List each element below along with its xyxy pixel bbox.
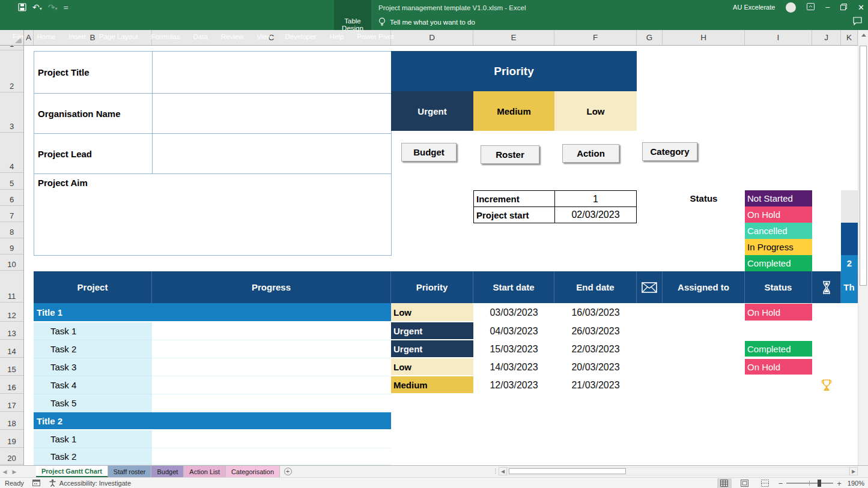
- customize-qat-button[interactable]: ⚌: [64, 4, 68, 10]
- macro-button-action[interactable]: Action: [562, 144, 619, 163]
- priority-cell-urgent[interactable]: Urgent: [391, 322, 473, 339]
- priority-cell-low[interactable]: Low: [391, 358, 473, 375]
- table-header-status[interactable]: Status: [745, 271, 812, 303]
- table-row-title-cell[interactable]: Title 1: [34, 303, 391, 321]
- page-break-view-button[interactable]: [758, 478, 772, 488]
- column-header-H[interactable]: H: [663, 30, 745, 45]
- horizontal-scrollbar[interactable]: ◀ ▶: [499, 466, 858, 476]
- row-header-19[interactable]: 19: [0, 430, 23, 448]
- legend-item-in-progress[interactable]: In Progress: [745, 239, 812, 255]
- sheet-tab-staff-roster[interactable]: Staff roster: [108, 466, 152, 477]
- end-date-cell[interactable]: 21/03/2023: [554, 376, 637, 394]
- form-value-project-title[interactable]: [152, 51, 392, 94]
- legend-item-not-started[interactable]: Not Started: [745, 190, 812, 206]
- row-header-14[interactable]: 14: [0, 340, 23, 358]
- macro-button-budget[interactable]: Budget: [401, 143, 457, 161]
- row-header-12[interactable]: 12: [0, 303, 23, 322]
- ribbon-tab-home[interactable]: Home: [31, 29, 62, 44]
- normal-view-button[interactable]: [717, 478, 732, 488]
- row-header-15[interactable]: 15: [0, 358, 23, 376]
- row-header-18[interactable]: 18: [0, 412, 23, 430]
- sheet-tab-project-gantt-chart[interactable]: Project Gantt Chart: [36, 466, 108, 477]
- form-value-organisation-name[interactable]: [152, 93, 392, 134]
- table-header-project[interactable]: Project: [34, 271, 152, 303]
- column-header-F[interactable]: F: [554, 30, 637, 45]
- row-header-6[interactable]: 6: [0, 190, 23, 206]
- table-header-assigned-to[interactable]: Assigned to: [663, 271, 745, 303]
- zoom-slider[interactable]: − +: [778, 479, 842, 488]
- column-header-K[interactable]: K: [841, 30, 858, 45]
- macro-button-category[interactable]: Category: [642, 142, 697, 161]
- legend-item-completed[interactable]: Completed: [745, 255, 812, 271]
- row-header-2[interactable]: 2: [0, 51, 23, 92]
- column-header-D[interactable]: D: [391, 30, 473, 45]
- ribbon-tab-developer[interactable]: Developer: [278, 29, 323, 44]
- table-row-progress-cell[interactable]: [152, 358, 391, 376]
- form-aim-box[interactable]: Project Aim: [34, 173, 392, 256]
- table-row-task-cell[interactable]: Task 1: [34, 322, 152, 340]
- ribbon-tab-view[interactable]: View: [250, 29, 279, 44]
- priority-level-medium[interactable]: Medium: [473, 91, 554, 131]
- horizontal-scroll-track[interactable]: [507, 467, 849, 475]
- ribbon-tab-table-design[interactable]: Table Design: [334, 17, 371, 32]
- settings-value-increment[interactable]: 1: [554, 190, 637, 207]
- row-header-17[interactable]: 17: [0, 394, 23, 412]
- zoom-out-button[interactable]: −: [778, 479, 783, 488]
- row-header-13[interactable]: 13: [0, 322, 23, 340]
- undo-button[interactable]: ↶▾: [32, 2, 42, 12]
- accessibility-status[interactable]: Accessibility: Investigate: [49, 479, 131, 488]
- table-header-envelope-icon[interactable]: [637, 271, 663, 303]
- row-header-11[interactable]: 11: [0, 271, 23, 303]
- zoom-in-button[interactable]: +: [837, 479, 842, 488]
- restore-button[interactable]: [840, 2, 847, 13]
- tell-me-box[interactable]: Tell me what you want to do: [378, 14, 475, 30]
- column-header-G[interactable]: G: [637, 30, 663, 45]
- ribbon-tab-formulas[interactable]: Formulas: [145, 29, 187, 44]
- end-date-cell[interactable]: 26/03/2023: [554, 322, 637, 340]
- macro-button-roster[interactable]: Roster: [481, 145, 539, 164]
- table-row-progress-cell[interactable]: [152, 322, 391, 340]
- table-header-th[interactable]: Th: [841, 271, 858, 303]
- table-row-progress-cell[interactable]: [152, 430, 391, 448]
- table-row-progress-cell[interactable]: [152, 376, 391, 394]
- row-header-10[interactable]: 10: [0, 255, 23, 271]
- row-header-8[interactable]: 8: [0, 223, 23, 238]
- avatar[interactable]: [786, 2, 796, 13]
- form-value-project-lead[interactable]: [152, 133, 392, 174]
- sheet-tab-action-list[interactable]: Action List: [184, 466, 226, 477]
- comment-icon[interactable]: [853, 17, 862, 28]
- ribbon-tab-data[interactable]: Data: [187, 29, 214, 44]
- row-header-7[interactable]: 7: [0, 206, 23, 222]
- row-header-1[interactable]: 1: [0, 46, 23, 50]
- column-header-J[interactable]: J: [812, 30, 841, 45]
- row-header-20[interactable]: 20: [0, 448, 23, 465]
- priority-level-urgent[interactable]: Urgent: [391, 91, 473, 131]
- column-header-E[interactable]: E: [473, 30, 554, 45]
- column-header-I[interactable]: I: [745, 30, 812, 45]
- macro-record-icon[interactable]: [32, 480, 40, 487]
- priority-level-low[interactable]: Low: [554, 91, 637, 131]
- new-sheet-button[interactable]: +: [280, 466, 296, 477]
- ribbon-tab-page-layout[interactable]: Page Layout: [93, 29, 145, 44]
- scroll-up-arrow[interactable]: [858, 30, 868, 40]
- vertical-scroll-thumb[interactable]: [860, 46, 867, 286]
- zoom-slider-thumb[interactable]: [818, 480, 821, 487]
- page-layout-view-button[interactable]: [738, 478, 752, 488]
- start-date-cell[interactable]: 04/03/2023: [473, 322, 554, 340]
- priority-cell-urgent[interactable]: Urgent: [391, 340, 473, 357]
- table-row-progress-cell[interactable]: [152, 394, 391, 412]
- sheet-tab-categorisation[interactable]: Categorisation: [226, 466, 280, 477]
- account-name[interactable]: AU Excelerate: [733, 4, 775, 11]
- status-cell-on-hold[interactable]: On Hold: [745, 359, 812, 375]
- close-button[interactable]: ✕: [858, 3, 864, 12]
- row-header-4[interactable]: 4: [0, 133, 23, 173]
- table-row-task-cell[interactable]: Task 3: [34, 358, 152, 376]
- table-row-task-cell[interactable]: Task 5: [34, 394, 152, 412]
- ribbon-display-options-icon[interactable]: [807, 2, 815, 13]
- redo-button[interactable]: ↷▾: [48, 2, 58, 12]
- settings-value-project-start[interactable]: 02/03/2023: [554, 206, 637, 223]
- start-date-cell[interactable]: 14/03/2023: [473, 358, 554, 376]
- ribbon-tab-file[interactable]: File: [6, 29, 31, 44]
- ribbon-tab-review[interactable]: Review: [214, 29, 250, 44]
- tab-scroll-left-arrow[interactable]: ◀: [0, 466, 10, 477]
